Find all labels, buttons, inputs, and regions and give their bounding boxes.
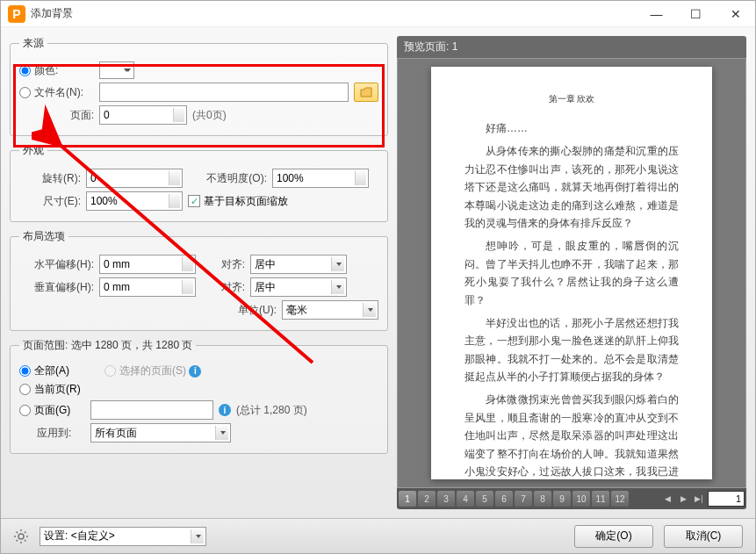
page-1[interactable]: 1 [399, 491, 416, 507]
scale-checkbox[interactable]: ✓ [188, 195, 200, 207]
page-5[interactable]: 5 [476, 491, 493, 507]
browse-button[interactable] [354, 83, 378, 102]
color-picker[interactable] [99, 61, 134, 79]
rotate-value[interactable]: 0 [90, 172, 97, 184]
appearance-legend: 外观 [19, 143, 47, 158]
pager-prev[interactable]: ◀ [660, 491, 674, 507]
page-total: (共0页) [192, 108, 227, 123]
valign-value[interactable]: 居中 [255, 280, 276, 295]
scale-label: 基于目标页面缩放 [204, 194, 288, 209]
page-4[interactable]: 4 [457, 491, 474, 507]
settings-combo[interactable]: 设置: <自定义> [44, 529, 115, 543]
preview-page: 第一章 欣欢 好痛…… 从身体传来的撕心裂肺的痛楚和沉重的压力让忍不住惨叫出声，… [431, 67, 712, 479]
pager-last[interactable]: ▶| [692, 491, 706, 507]
filename-input[interactable] [99, 83, 349, 102]
page-label: 页面: [19, 108, 94, 123]
valign-label: 对齐: [201, 280, 245, 295]
filename-label: 文件名(N): [34, 85, 83, 100]
page-9[interactable]: 9 [553, 491, 571, 507]
preview-header: 预览页面: 1 [397, 36, 746, 58]
color-label: 颜色: [34, 63, 58, 78]
ok-button[interactable]: 确定(O) [574, 525, 653, 548]
page-10[interactable]: 10 [572, 491, 590, 507]
voffset-label: 垂直偏移(H): [19, 280, 94, 295]
range-current-label: 当前页(R) [34, 382, 81, 397]
layout-legend: 布局选项 [19, 229, 68, 244]
voffset-value[interactable]: 0 mm [104, 281, 130, 293]
range-pages-radio[interactable] [19, 405, 31, 416]
info-icon[interactable]: i [219, 404, 231, 416]
unit-label: 单位(U): [224, 303, 277, 318]
page-7[interactable]: 7 [515, 491, 532, 507]
preview-pane: 第一章 欣欢 好痛…… 从身体传来的撕心裂肺的痛楚和沉重的压力让忍不住惨叫出声，… [397, 58, 746, 488]
color-radio[interactable] [19, 65, 31, 76]
apply-label: 应用到: [19, 426, 85, 441]
pager: 1 2 3 4 5 6 7 8 9 10 11 12 ◀ ▶ ▶| [397, 488, 746, 509]
rotate-label: 旋转(R): [19, 171, 81, 186]
range-total: (总计 1,280 页) [236, 403, 307, 418]
range-pages-label: 页面(G) [34, 403, 70, 418]
hoffset-label: 水平偏移(H): [19, 257, 94, 272]
range-all-label: 全部(A) [34, 363, 69, 378]
range-all-radio[interactable] [19, 365, 31, 377]
apply-value[interactable]: 所有页面 [95, 426, 137, 441]
close-button[interactable]: ✕ [716, 1, 755, 27]
unit-value[interactable]: 毫米 [286, 303, 307, 318]
range-legend: 页面范围: 选中 1280 页，共 1280 页 [19, 338, 196, 353]
size-value[interactable]: 100% [90, 195, 118, 207]
minimize-button[interactable]: — [637, 1, 676, 27]
page-8[interactable]: 8 [534, 491, 551, 507]
range-selected-label: 选择的页面(S) [119, 363, 186, 378]
halign-value[interactable]: 居中 [255, 257, 276, 272]
page-value[interactable]: 0 [104, 109, 110, 121]
filename-radio[interactable] [19, 87, 31, 98]
page-content: 好痛…… 从身体传来的撕心裂肺的痛楚和沉重的压力让忍不住惨叫出声，该死的，那死小… [464, 119, 679, 479]
maximize-button[interactable]: ☐ [676, 1, 716, 27]
info-icon[interactable]: i [189, 365, 201, 378]
opacity-value[interactable]: 100% [277, 172, 304, 184]
cancel-button[interactable]: 取消(C) [664, 525, 743, 548]
page-11[interactable]: 11 [592, 491, 609, 507]
size-label: 尺寸(E): [19, 194, 81, 209]
page-6[interactable]: 6 [495, 491, 513, 507]
page-title: 第一章 欣欢 [464, 93, 679, 105]
pager-input[interactable] [708, 491, 745, 507]
pager-next[interactable]: ▶ [676, 491, 690, 507]
range-selected-radio [104, 365, 116, 377]
opacity-label: 不透明度(O): [188, 171, 267, 186]
hoffset-value[interactable]: 0 mm [104, 258, 130, 270]
range-pages-input[interactable] [90, 400, 213, 420]
range-current-radio[interactable] [19, 384, 31, 395]
window-title: 添加背景 [31, 6, 637, 21]
source-legend: 来源 [19, 36, 47, 51]
app-icon: P [8, 5, 25, 23]
page-2[interactable]: 2 [418, 491, 436, 507]
halign-label: 对齐: [201, 257, 245, 272]
svg-point-1 [18, 534, 24, 539]
page-3[interactable]: 3 [437, 491, 455, 507]
page-12[interactable]: 12 [611, 491, 629, 507]
gear-icon [13, 529, 29, 544]
